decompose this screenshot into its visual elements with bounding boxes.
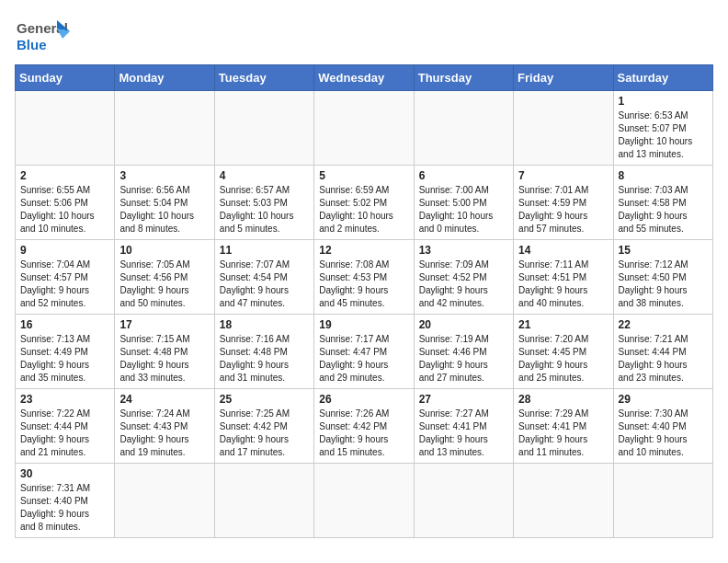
- day-info: Sunrise: 7:29 AM Sunset: 4:41 PM Dayligh…: [518, 408, 608, 459]
- header-row: SundayMondayTuesdayWednesdayThursdayFrid…: [16, 65, 713, 91]
- day-cell: [16, 91, 115, 166]
- day-cell: 28Sunrise: 7:29 AM Sunset: 4:41 PM Dayli…: [514, 389, 613, 464]
- day-cell: [514, 91, 613, 166]
- day-cell: 5Sunrise: 6:59 AM Sunset: 5:02 PM Daylig…: [314, 166, 414, 240]
- day-info: Sunrise: 7:09 AM Sunset: 4:52 PM Dayligh…: [419, 259, 508, 310]
- day-number: 30: [20, 467, 109, 480]
- day-cell: 23Sunrise: 7:22 AM Sunset: 4:44 PM Dayli…: [16, 389, 115, 464]
- day-info: Sunrise: 6:56 AM Sunset: 5:04 PM Dayligh…: [119, 184, 209, 236]
- day-info: Sunrise: 7:03 AM Sunset: 4:58 PM Dayligh…: [619, 184, 708, 236]
- day-cell: 21Sunrise: 7:20 AM Sunset: 4:45 PM Dayli…: [514, 315, 613, 389]
- day-number: 12: [319, 244, 408, 257]
- day-info: Sunrise: 7:22 AM Sunset: 4:44 PM Dayligh…: [20, 408, 109, 459]
- day-info: Sunrise: 7:15 AM Sunset: 4:48 PM Dayligh…: [119, 333, 209, 385]
- day-info: Sunrise: 7:21 AM Sunset: 4:44 PM Dayligh…: [619, 333, 708, 385]
- day-info: Sunrise: 7:24 AM Sunset: 4:43 PM Dayligh…: [119, 408, 209, 459]
- day-cell: [115, 464, 214, 538]
- col-header-sunday: Sunday: [16, 65, 115, 91]
- day-number: 18: [220, 318, 309, 331]
- header: GeneralBlue: [15, 15, 713, 55]
- day-cell: 8Sunrise: 7:03 AM Sunset: 4:58 PM Daylig…: [613, 166, 712, 240]
- calendar-table: SundayMondayTuesdayWednesdayThursdayFrid…: [15, 64, 713, 538]
- day-cell: 20Sunrise: 7:19 AM Sunset: 4:46 PM Dayli…: [414, 315, 513, 389]
- day-cell: 16Sunrise: 7:13 AM Sunset: 4:49 PM Dayli…: [16, 315, 115, 389]
- day-cell: 26Sunrise: 7:26 AM Sunset: 4:42 PM Dayli…: [314, 389, 414, 464]
- day-number: 7: [518, 169, 608, 182]
- day-cell: 7Sunrise: 7:01 AM Sunset: 4:59 PM Daylig…: [514, 166, 613, 240]
- day-cell: 12Sunrise: 7:08 AM Sunset: 4:53 PM Dayli…: [314, 240, 414, 315]
- week-row-2: 2Sunrise: 6:55 AM Sunset: 5:06 PM Daylig…: [16, 166, 713, 240]
- day-cell: 10Sunrise: 7:05 AM Sunset: 4:56 PM Dayli…: [115, 240, 214, 315]
- day-number: 24: [119, 393, 209, 406]
- day-number: 4: [220, 169, 309, 182]
- day-cell: 14Sunrise: 7:11 AM Sunset: 4:51 PM Dayli…: [514, 240, 613, 315]
- day-info: Sunrise: 6:55 AM Sunset: 5:06 PM Dayligh…: [20, 184, 109, 236]
- day-number: 29: [619, 393, 708, 406]
- week-row-3: 9Sunrise: 7:04 AM Sunset: 4:57 PM Daylig…: [16, 240, 713, 315]
- svg-text:Blue: Blue: [17, 37, 47, 52]
- day-info: Sunrise: 6:53 AM Sunset: 5:07 PM Dayligh…: [619, 109, 708, 161]
- day-cell: 2Sunrise: 6:55 AM Sunset: 5:06 PM Daylig…: [16, 166, 115, 240]
- day-number: 21: [518, 318, 608, 331]
- day-number: 15: [619, 244, 708, 257]
- day-info: Sunrise: 7:11 AM Sunset: 4:51 PM Dayligh…: [518, 259, 608, 310]
- day-info: Sunrise: 7:17 AM Sunset: 4:47 PM Dayligh…: [319, 333, 408, 385]
- col-header-wednesday: Wednesday: [314, 65, 414, 91]
- day-info: Sunrise: 6:59 AM Sunset: 5:02 PM Dayligh…: [319, 184, 408, 236]
- day-cell: [613, 464, 712, 538]
- day-cell: 9Sunrise: 7:04 AM Sunset: 4:57 PM Daylig…: [16, 240, 115, 315]
- day-cell: [115, 91, 214, 166]
- logo-icon: GeneralBlue: [15, 15, 70, 55]
- day-cell: 1Sunrise: 6:53 AM Sunset: 5:07 PM Daylig…: [613, 91, 712, 166]
- day-cell: 13Sunrise: 7:09 AM Sunset: 4:52 PM Dayli…: [414, 240, 513, 315]
- week-row-5: 23Sunrise: 7:22 AM Sunset: 4:44 PM Dayli…: [16, 389, 713, 464]
- day-number: 1: [619, 95, 708, 108]
- day-cell: [214, 464, 313, 538]
- day-cell: [314, 464, 414, 538]
- day-number: 26: [319, 393, 408, 406]
- col-header-tuesday: Tuesday: [214, 65, 313, 91]
- day-info: Sunrise: 7:25 AM Sunset: 4:42 PM Dayligh…: [220, 408, 309, 459]
- day-info: Sunrise: 6:57 AM Sunset: 5:03 PM Dayligh…: [220, 184, 309, 236]
- day-cell: 29Sunrise: 7:30 AM Sunset: 4:40 PM Dayli…: [613, 389, 712, 464]
- week-row-4: 16Sunrise: 7:13 AM Sunset: 4:49 PM Dayli…: [16, 315, 713, 389]
- day-number: 9: [20, 244, 109, 257]
- day-info: Sunrise: 7:01 AM Sunset: 4:59 PM Dayligh…: [518, 184, 608, 236]
- day-cell: [514, 464, 613, 538]
- day-number: 23: [20, 393, 109, 406]
- day-info: Sunrise: 7:05 AM Sunset: 4:56 PM Dayligh…: [119, 259, 209, 310]
- day-cell: 24Sunrise: 7:24 AM Sunset: 4:43 PM Dayli…: [115, 389, 214, 464]
- day-cell: 22Sunrise: 7:21 AM Sunset: 4:44 PM Dayli…: [613, 315, 712, 389]
- day-number: 11: [220, 244, 309, 257]
- day-cell: [214, 91, 313, 166]
- day-cell: [314, 91, 414, 166]
- day-number: 19: [319, 318, 408, 331]
- day-number: 20: [419, 318, 508, 331]
- day-info: Sunrise: 7:27 AM Sunset: 4:41 PM Dayligh…: [419, 408, 508, 459]
- day-number: 14: [518, 244, 608, 257]
- day-info: Sunrise: 7:08 AM Sunset: 4:53 PM Dayligh…: [319, 259, 408, 310]
- day-cell: 25Sunrise: 7:25 AM Sunset: 4:42 PM Dayli…: [214, 389, 313, 464]
- day-info: Sunrise: 7:31 AM Sunset: 4:40 PM Dayligh…: [20, 482, 109, 534]
- day-number: 3: [119, 169, 209, 182]
- day-cell: 18Sunrise: 7:16 AM Sunset: 4:48 PM Dayli…: [214, 315, 313, 389]
- day-info: Sunrise: 7:13 AM Sunset: 4:49 PM Dayligh…: [20, 333, 109, 385]
- day-number: 28: [518, 393, 608, 406]
- day-info: Sunrise: 7:30 AM Sunset: 4:40 PM Dayligh…: [619, 408, 708, 459]
- day-info: Sunrise: 7:00 AM Sunset: 5:00 PM Dayligh…: [419, 184, 508, 236]
- week-row-1: 1Sunrise: 6:53 AM Sunset: 5:07 PM Daylig…: [16, 91, 713, 166]
- day-number: 25: [220, 393, 309, 406]
- day-number: 13: [419, 244, 508, 257]
- col-header-saturday: Saturday: [613, 65, 712, 91]
- day-info: Sunrise: 7:07 AM Sunset: 4:54 PM Dayligh…: [220, 259, 309, 310]
- day-info: Sunrise: 7:26 AM Sunset: 4:42 PM Dayligh…: [319, 408, 408, 459]
- day-number: 22: [619, 318, 708, 331]
- day-cell: [414, 464, 513, 538]
- day-number: 8: [619, 169, 708, 182]
- day-info: Sunrise: 7:20 AM Sunset: 4:45 PM Dayligh…: [518, 333, 608, 385]
- day-number: 10: [119, 244, 209, 257]
- day-cell: 6Sunrise: 7:00 AM Sunset: 5:00 PM Daylig…: [414, 166, 513, 240]
- day-number: 16: [20, 318, 109, 331]
- day-cell: 11Sunrise: 7:07 AM Sunset: 4:54 PM Dayli…: [214, 240, 313, 315]
- day-cell: 4Sunrise: 6:57 AM Sunset: 5:03 PM Daylig…: [214, 166, 313, 240]
